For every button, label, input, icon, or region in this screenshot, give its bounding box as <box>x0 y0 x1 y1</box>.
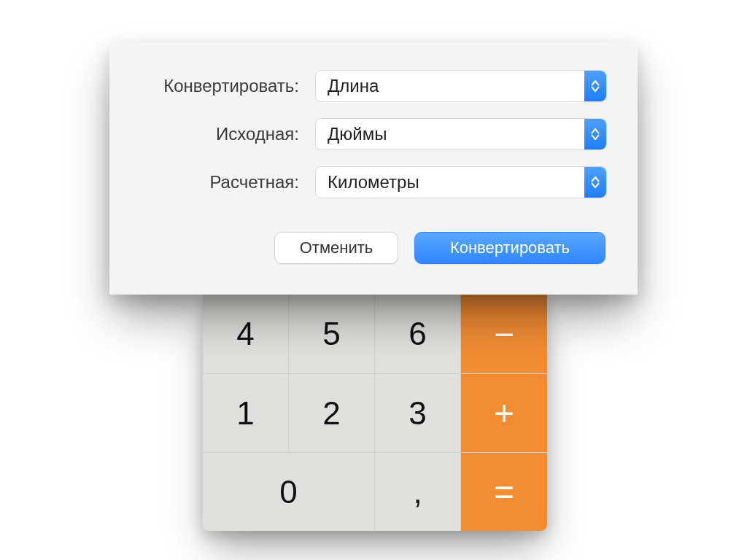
key-minus[interactable]: − <box>461 295 547 373</box>
select-convert-value: Длина <box>328 76 379 96</box>
select-convert[interactable]: Длина <box>315 70 607 102</box>
convert-button[interactable]: Конвертировать <box>414 232 605 264</box>
calculator-row: 0 , = <box>203 452 547 531</box>
select-from-value: Дюймы <box>328 124 387 144</box>
label-convert: Конвертировать: <box>140 76 315 96</box>
key-2[interactable]: 2 <box>289 374 375 452</box>
dialog-buttons: Отменить Конвертировать <box>140 232 607 264</box>
cancel-button[interactable]: Отменить <box>274 232 398 264</box>
select-from[interactable]: Дюймы <box>315 118 607 150</box>
field-convert: Конвертировать: Длина <box>140 70 607 102</box>
key-equals[interactable]: = <box>461 453 547 531</box>
select-to[interactable]: Километры <box>315 166 607 198</box>
key-comma[interactable]: , <box>375 453 461 531</box>
label-from: Исходная: <box>140 124 315 144</box>
calculator-row: 1 2 3 + <box>203 373 547 452</box>
key-5[interactable]: 5 <box>289 295 375 373</box>
field-to: Расчетная: Километры <box>140 166 607 198</box>
key-plus[interactable]: + <box>461 374 547 452</box>
calculator-row: 4 5 6 − <box>203 295 547 373</box>
chevron-up-down-icon <box>584 71 606 101</box>
calculator-keypad: 4 5 6 − 1 2 3 + 0 , = <box>203 295 547 531</box>
field-from: Исходная: Дюймы <box>140 118 607 150</box>
label-to: Расчетная: <box>140 172 315 192</box>
key-6[interactable]: 6 <box>375 295 461 373</box>
chevron-up-down-icon <box>584 119 606 149</box>
key-1[interactable]: 1 <box>203 374 289 452</box>
key-4[interactable]: 4 <box>203 295 289 373</box>
key-3[interactable]: 3 <box>375 374 461 452</box>
select-to-value: Километры <box>328 172 419 192</box>
chevron-up-down-icon <box>584 167 606 198</box>
convert-dialog: Конвертировать: Длина Исходная: Дюймы Ра… <box>109 42 638 295</box>
key-0[interactable]: 0 <box>203 453 375 531</box>
